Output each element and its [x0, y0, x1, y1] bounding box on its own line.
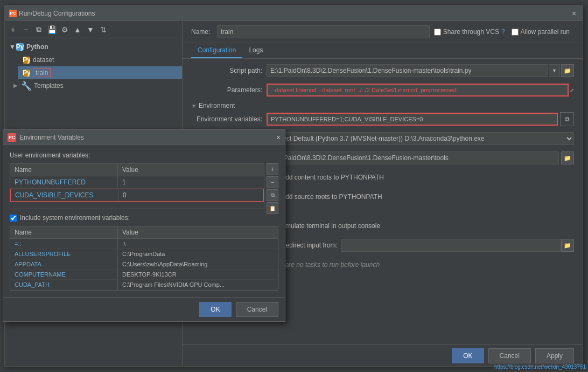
logs-tab[interactable]: Logs: [242, 43, 269, 58]
sys-var-row-1[interactable]: ALLUSERSPROFILE C:\ProgramData: [10, 249, 278, 259]
main-cancel-button[interactable]: Cancel: [488, 348, 531, 363]
parameters-label: Parameters:: [191, 86, 267, 94]
main-apply-button[interactable]: Apply: [535, 348, 574, 363]
templates-icon: 🔧: [21, 81, 32, 91]
move-up-button[interactable]: ▲: [72, 24, 83, 36]
cuda-devices-name: CUDA_VISIBLE_DEVICES: [11, 189, 118, 201]
paste-user-var-button[interactable]: 📋: [267, 202, 278, 214]
share-vcs-help-icon[interactable]: ?: [501, 28, 505, 36]
sort-button[interactable]: ⇅: [97, 24, 109, 36]
redirect-input-browse-button[interactable]: 📁: [561, 239, 574, 252]
parameters-input[interactable]: [267, 84, 569, 97]
name-input[interactable]: [217, 25, 430, 38]
parallel-run-checkbox[interactable]: [512, 29, 519, 36]
cuda-devices-value: 0: [118, 189, 263, 201]
working-dir-browse-button[interactable]: 📁: [561, 151, 574, 164]
parallel-run-checkbox-row: Allow parallel run: [512, 28, 570, 36]
configuration-tab[interactable]: Configuration: [191, 43, 242, 58]
script-path-row: Script path: ▼ 📁: [191, 63, 574, 78]
env-dialog-close-button[interactable]: ×: [276, 133, 281, 142]
system-vars-name-col-header: Name: [10, 226, 118, 238]
sys-var-value-0: :\: [118, 239, 278, 249]
templates-expand-arrow: ▶: [13, 82, 20, 89]
user-vars-value-col-header: Value: [118, 164, 264, 176]
env-ok-button[interactable]: OK: [199, 302, 231, 317]
add-user-var-button[interactable]: +: [267, 163, 278, 175]
pc-logo-icon: PC: [9, 10, 17, 17]
add-source-roots-label: Add source roots to PYTHONPATH: [281, 193, 382, 201]
remove-config-button[interactable]: −: [20, 24, 32, 36]
parallel-run-label: Allow parallel run: [521, 28, 570, 36]
sys-var-value-5: C:\Program Files\NVIDIA GPU Comp...: [118, 290, 278, 291]
redirect-input-path[interactable]: [341, 239, 561, 252]
python-group-header[interactable]: ▼ Py Python: [5, 40, 182, 53]
add-content-roots-label: Add content roots to PYTHONPATH: [281, 174, 384, 181]
user-vars-name-col-header: Name: [10, 164, 118, 176]
script-path-input[interactable]: [267, 64, 548, 77]
move-down-button[interactable]: ▼: [85, 24, 96, 36]
script-path-browse-button[interactable]: 📁: [561, 64, 574, 77]
sys-var-value-1: C:\ProgramData: [118, 249, 278, 259]
env-vars-input[interactable]: [267, 113, 558, 126]
env-vars-row: Environment variables: ⧉: [191, 112, 574, 127]
share-vcs-checkbox[interactable]: [434, 29, 441, 36]
user-var-row-cuda[interactable]: CUDA_VISIBLE_DEVICES 0: [10, 189, 264, 202]
env-dialog-footer: OK Cancel: [3, 297, 285, 321]
env-vars-label: Environment variables:: [191, 115, 267, 123]
dataset-item[interactable]: Py dataset: [18, 53, 182, 66]
sys-var-row-2[interactable]: APPDATA C:\Users\zwh\AppData\Roaming: [10, 259, 278, 270]
env-dialog: PC Environment Variables × User environm…: [3, 129, 285, 322]
templates-label: Templates: [34, 82, 64, 89]
save-config-button[interactable]: 💾: [46, 24, 58, 36]
environment-section-header[interactable]: ▼ Environment: [191, 102, 574, 109]
python-interpreter-select[interactable]: Project Default (Python 3.7 (MVSNet-mast…: [267, 132, 574, 145]
main-dialog-close-button[interactable]: ×: [570, 9, 578, 18]
train-label: train: [33, 68, 51, 77]
user-var-row-pythonunbuffered[interactable]: PYTHONUNBUFFERED 1: [10, 176, 264, 189]
sys-var-name-1: ALLUSERSPROFILE: [10, 249, 118, 259]
system-vars-table-header: Name Value: [10, 226, 278, 239]
copy-user-var-button[interactable]: ⧉: [267, 189, 278, 201]
user-vars-table: Name Value PYTHONUNBUFFERED 1 CUDA_VISIB…: [10, 163, 264, 209]
tab-bar: Configuration Logs: [183, 43, 583, 59]
sys-var-row-3[interactable]: COMPUTERNAME DESKTOP-9KI13CR: [10, 270, 278, 280]
share-vcs-label: Share through VCS: [443, 28, 499, 36]
sys-var-row-4[interactable]: CUDA_PATH C:\Program Files\NVIDIA GPU Co…: [10, 280, 278, 290]
svg-text:Py: Py: [23, 57, 30, 64]
system-vars-table: Name Value =:: :\ ALLUSERSPROFILE C:\Pro…: [10, 226, 278, 291]
sys-var-row-5[interactable]: CUDA_PATH_V10_0 C:\Program Files\NVIDIA …: [10, 290, 278, 291]
add-config-button[interactable]: +: [7, 24, 19, 36]
python-group-label: Python: [26, 43, 48, 51]
copy-config-button[interactable]: ⧉: [33, 24, 45, 36]
name-row: Name: Share through VCS ? Allow parallel…: [183, 21, 583, 43]
svg-text:Py: Py: [23, 70, 30, 77]
main-ok-button[interactable]: OK: [452, 348, 484, 363]
parameters-expand-button[interactable]: ⤢: [570, 87, 574, 93]
parameters-row: Parameters: ⤢: [191, 82, 574, 98]
main-dialog-title-bar: PC Run/Debug Configurations ×: [5, 6, 583, 21]
environment-expand-arrow: ▼: [191, 103, 197, 109]
python-interpreter-input-area: Project Default (Python 3.7 (MVSNet-mast…: [267, 132, 574, 145]
env-vars-copy-button[interactable]: ⧉: [560, 112, 574, 126]
templates-item[interactable]: ▶ 🔧 Templates: [5, 79, 182, 92]
include-system-checkbox[interactable]: [10, 215, 17, 222]
watermark: https://blog.csdn.net/weixin_43013761: [494, 364, 586, 370]
include-system-row: Include system environment variables:: [10, 214, 278, 222]
settings-config-button[interactable]: ⚙: [59, 24, 71, 36]
sys-var-name-3: COMPUTERNAME: [10, 270, 118, 279]
working-dir-input[interactable]: [267, 151, 559, 164]
user-vars-side-buttons: + − ⧉ 📋: [267, 163, 278, 214]
emulate-terminal-label: Emulate terminal in output console: [281, 222, 380, 230]
script-path-input-area: ▼ 📁: [267, 64, 574, 77]
python-expand-arrow: ▼: [9, 43, 16, 51]
train-item[interactable]: Py train: [18, 66, 182, 79]
script-path-dropdown-button[interactable]: ▼: [549, 64, 560, 77]
sys-var-row-0[interactable]: =:: :\: [10, 239, 278, 249]
user-vars-table-container: Name Value PYTHONUNBUFFERED 1 CUDA_VISIB…: [10, 163, 264, 214]
system-vars-value-col-header: Value: [118, 226, 278, 238]
remove-user-var-button[interactable]: −: [267, 176, 278, 188]
environment-section-title: Environment: [199, 102, 235, 109]
sys-var-name-2: APPDATA: [10, 259, 118, 269]
env-cancel-button[interactable]: Cancel: [236, 302, 278, 317]
env-dialog-title: Environment Variables: [19, 134, 84, 141]
